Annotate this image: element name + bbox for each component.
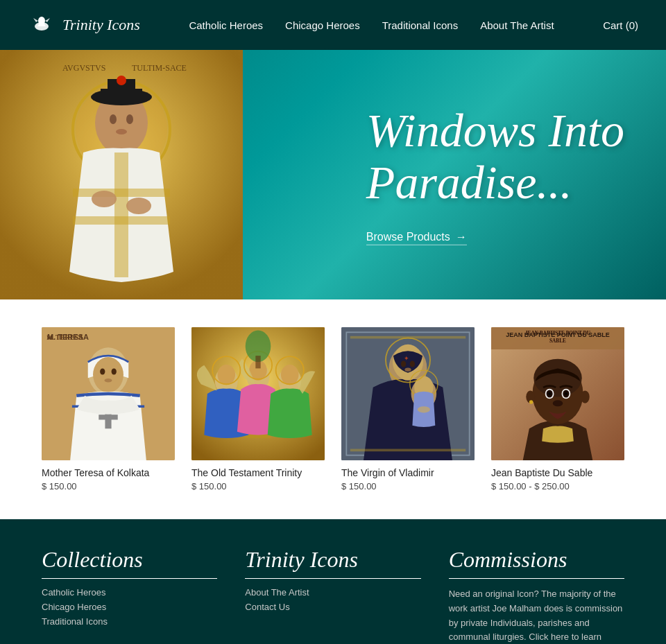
svg-point-43: [281, 365, 299, 385]
nav-chicago-heroes[interactable]: Chicago Heroes: [285, 19, 360, 31]
svg-point-2: [38, 17, 45, 25]
hero-section: AVGVSTVS TULTIM-SACE Windows Into Paradi…: [0, 50, 666, 299]
footer-trinity-title: Trinity Icons: [245, 547, 420, 579]
hero-painting-art: AVGVSTVS TULTIM-SACE: [0, 50, 243, 299]
footer-commissions-text: Need an original Icon? The majority of t…: [449, 587, 624, 644]
footer-collections: Collections Catholic Heroes Chicago Hero…: [42, 547, 217, 644]
product-name-3: Jean Baptiste Du Sable: [491, 467, 624, 478]
product-price-1: $ 150.00: [191, 481, 325, 491]
svg-rect-18: [73, 189, 170, 197]
svg-point-39: [217, 365, 235, 385]
svg-text:✦: ✦: [404, 355, 409, 362]
footer-grid: Collections Catholic Heroes Chicago Hero…: [42, 547, 624, 644]
site-header: Trinity Icons Catholic Heroes Chicago He…: [0, 0, 666, 50]
footer-commissions-title: Commissions: [449, 547, 624, 579]
svg-point-63: [418, 406, 430, 412]
svg-point-16: [116, 129, 127, 134]
product-card-0[interactable]: M. TERESA: [42, 327, 175, 491]
svg-point-20: [92, 191, 117, 207]
svg-point-59: [410, 360, 415, 367]
footer-link-traditional-icons[interactable]: Traditional Icons: [42, 616, 217, 627]
product-card-3[interactable]: JEAN BAPTISTE POINT DU SABLE: [491, 327, 624, 491]
svg-rect-48: [255, 356, 260, 368]
svg-rect-64: [350, 336, 466, 339]
svg-point-13: [117, 76, 126, 85]
product-card-2[interactable]: ✦ The Virgin: [341, 327, 475, 491]
nav-about-artist[interactable]: About The Artist: [480, 19, 554, 31]
product-image-3: JEAN BAPTISTE POINT DU SABLE: [491, 327, 624, 460]
product-price-range-3: $ 150.00 - $ 250.00: [491, 481, 624, 491]
product-name-2: The Virgin of Vladimir: [341, 467, 475, 478]
svg-rect-65: [350, 449, 466, 452]
product-image-1: [191, 327, 325, 460]
svg-text:SABLE: SABLE: [549, 338, 566, 344]
svg-text:TULTIM-SACE: TULTIM-SACE: [132, 63, 187, 73]
svg-point-78: [565, 392, 567, 395]
product-price-2: $ 150.00: [341, 481, 475, 491]
svg-point-72: [533, 359, 581, 397]
product-image-0: M. TERESA: [42, 327, 175, 460]
bird-icon: [28, 11, 56, 39]
product-image-2: ✦: [341, 327, 475, 460]
svg-text:M.: M.: [46, 334, 54, 341]
product-name-1: The Old Testament Trinity: [191, 467, 325, 478]
svg-point-28: [93, 357, 123, 392]
logo-text: Trinity Icons: [62, 16, 140, 34]
site-logo[interactable]: Trinity Icons: [28, 11, 140, 39]
hero-title: Windows Into Paradise...: [366, 105, 624, 209]
footer-commissions: Commissions Need an original Icon? The m…: [449, 547, 624, 644]
product-name-0: Mother Teresa of Kolkata: [42, 467, 175, 478]
nav-traditional-icons[interactable]: Traditional Icons: [382, 19, 459, 31]
svg-point-58: [401, 360, 406, 367]
products-grid: M. TERESA: [42, 327, 624, 491]
footer-link-contact[interactable]: Contact Us: [245, 602, 420, 612]
product-price-0: $ 150.00: [42, 481, 175, 491]
svg-marker-4: [33, 18, 38, 22]
nav-catholic-heroes[interactable]: Catholic Heroes: [189, 19, 263, 31]
site-footer: Collections Catholic Heroes Chicago Hero…: [0, 519, 666, 644]
hero-painting-container: AVGVSTVS TULTIM-SACE: [0, 50, 243, 299]
svg-point-60: [404, 368, 411, 372]
hero-text: Windows Into Paradise... Browse Products…: [366, 105, 624, 245]
svg-text:TERESA: TERESA: [56, 333, 84, 341]
footer-link-about[interactable]: About The Artist: [245, 587, 420, 598]
svg-rect-33: [99, 415, 117, 419]
footer-link-chicago-heroes[interactable]: Chicago Heroes: [42, 602, 217, 612]
cart-button[interactable]: Cart (0): [603, 19, 638, 31]
footer-link-catholic-heroes[interactable]: Catholic Heroes: [42, 587, 217, 598]
svg-text:JEAN BAPTISTE POINT DU: JEAN BAPTISTE POINT DU: [525, 330, 591, 336]
svg-point-14: [110, 114, 117, 124]
svg-point-21: [126, 198, 151, 214]
products-section: M. TERESA: [0, 299, 666, 519]
product-card-1[interactable]: The Old Testament Trinity $ 150.00: [191, 327, 325, 491]
svg-rect-19: [73, 216, 170, 225]
svg-point-81: [581, 390, 590, 403]
svg-marker-3: [45, 18, 50, 22]
svg-point-15: [126, 114, 133, 124]
svg-point-82: [529, 400, 533, 403]
svg-text:AVGVSTVS: AVGVSTVS: [62, 63, 105, 73]
svg-rect-17: [114, 153, 128, 277]
svg-point-30: [112, 368, 117, 374]
svg-point-29: [100, 368, 105, 374]
footer-collections-title: Collections: [42, 547, 217, 579]
footer-trinity: Trinity Icons About The Artist Contact U…: [245, 547, 420, 644]
svg-point-79: [553, 400, 563, 406]
main-nav: Catholic Heroes Chicago Heroes Tradition…: [189, 19, 554, 31]
svg-point-75: [548, 392, 551, 395]
browse-products-button[interactable]: Browse Products →: [366, 230, 467, 245]
svg-point-31: [105, 378, 112, 382]
